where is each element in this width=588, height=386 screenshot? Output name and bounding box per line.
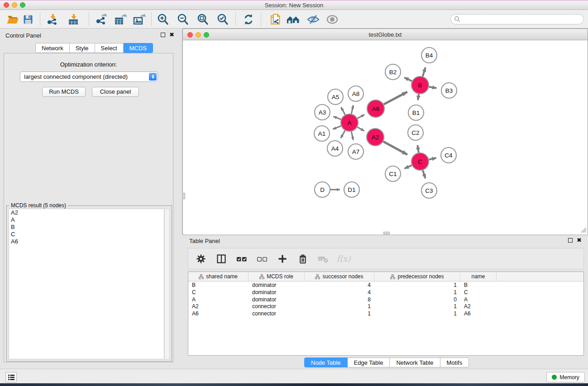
graph-edge-A2-C[interactable] [383, 142, 407, 155]
table-cell[interactable]: 4 [305, 281, 374, 289]
function-builder-icon[interactable]: f(x) [338, 253, 349, 265]
graph-node-A7[interactable]: A7 [348, 144, 363, 159]
graph-edge-B-B4[interactable] [423, 67, 425, 76]
table-cell[interactable]: A2 [188, 303, 249, 310]
export-table-icon[interactable] [113, 12, 128, 26]
delete-table-icon[interactable] [317, 253, 329, 265]
tab-network[interactable]: Network [35, 43, 70, 53]
graph-edge-C-C1[interactable] [405, 165, 412, 168]
graph-edge-C-C4[interactable] [429, 158, 436, 160]
task-history-button[interactable] [5, 372, 17, 382]
graph-edge-B-B2[interactable] [404, 77, 412, 81]
run-mcds-button[interactable]: Run MCDS [42, 87, 86, 97]
graph-node-C3[interactable]: C3 [421, 183, 437, 198]
tab-select[interactable]: Select [95, 43, 124, 53]
show-graphics-details-icon[interactable] [325, 12, 339, 26]
table-cell[interactable]: 1 [305, 303, 374, 310]
table-cell[interactable]: A6 [188, 310, 249, 317]
graph-node-A4[interactable]: A4 [327, 141, 343, 156]
home-icon[interactable] [286, 12, 301, 26]
left-edge-grip[interactable] [182, 193, 185, 199]
graph-node-B2[interactable]: B2 [385, 64, 401, 80]
select-all-icon[interactable] [236, 253, 248, 265]
graph-edge-C-C3[interactable] [423, 170, 425, 178]
table-cell[interactable]: 1 [374, 303, 460, 310]
column-header-shared-name[interactable]: shared name [188, 272, 249, 281]
table-row[interactable]: Adominator80A [188, 296, 583, 303]
table-cell[interactable]: 1 [374, 281, 460, 289]
hide-graphics-details-icon[interactable] [306, 12, 320, 26]
graph-edge-A-A1[interactable] [333, 126, 341, 129]
export-network-icon[interactable] [94, 12, 109, 26]
graph-edge-C-C2[interactable] [417, 145, 419, 153]
table-cell[interactable]: A6 [460, 310, 497, 317]
graph-node-D1[interactable]: D1 [344, 182, 359, 197]
network-window-titlebar[interactable]: testGlobe.txt [183, 29, 588, 40]
table-cell[interactable]: 1 [305, 310, 374, 317]
table-cell[interactable]: dominator [249, 296, 305, 303]
delete-column-icon[interactable] [297, 253, 309, 265]
graph-edge-A-A5[interactable] [341, 107, 345, 115]
graph-node-C4[interactable]: C4 [441, 148, 456, 163]
close-panel-button[interactable]: Close panel [92, 87, 139, 97]
table-cell[interactable]: connector [249, 303, 305, 310]
table-cell[interactable]: 4 [305, 289, 374, 296]
graph-edge-A-A2[interactable] [357, 127, 364, 131]
table-cell[interactable]: 1 [374, 310, 460, 317]
graph-edge-A-A4[interactable] [341, 130, 345, 138]
float-panel-icon[interactable] [161, 33, 165, 37]
refresh-icon[interactable] [241, 12, 256, 26]
graph-node-A2[interactable]: A2 [367, 129, 384, 146]
network-canvas[interactable]: B4B2BB3A5A8A6B1A3AC2A1A2A4A7C4CC1C3DD1 [183, 41, 588, 234]
graph-edge-B-B3[interactable] [429, 87, 437, 88]
table-cell[interactable]: B [460, 281, 497, 289]
table-cell[interactable]: C [460, 289, 497, 296]
close-panel-icon[interactable]: ✖ [169, 33, 174, 37]
mcds-result-item[interactable]: A2 [9, 209, 164, 216]
tab-style[interactable]: Style [70, 43, 95, 53]
table-cell[interactable]: dominator [249, 281, 305, 289]
graph-edge-B-B1[interactable] [418, 94, 419, 100]
graph-node-A[interactable]: A [341, 114, 358, 131]
tab-edge-table[interactable]: Edge Table [348, 357, 390, 367]
bottom-edge-grip[interactable] [383, 232, 390, 234]
column-header-mcds-role[interactable]: MCDS role [249, 272, 305, 281]
graph-node-A1[interactable]: A1 [314, 126, 330, 141]
column-header-successor-nodes[interactable]: successor nodes [305, 272, 374, 281]
add-column-icon[interactable] [277, 253, 288, 265]
zoom-out-icon[interactable] [176, 12, 190, 26]
tab-network-table[interactable]: Network Table [390, 357, 440, 367]
table-cell[interactable]: connector [249, 310, 305, 317]
table-cell[interactable]: C [188, 289, 249, 296]
search-input[interactable] [461, 15, 583, 24]
graph-node-C1[interactable]: C1 [385, 166, 401, 181]
table-row[interactable]: A6connector11A6 [188, 310, 583, 317]
open-folder-icon[interactable] [5, 12, 20, 26]
export-image-icon[interactable] [132, 12, 147, 26]
deselect-all-icon[interactable] [256, 253, 268, 265]
duplicate-network-icon[interactable] [268, 12, 282, 26]
mcds-result-item[interactable]: B [9, 224, 164, 231]
table-cell[interactable]: dominator [249, 289, 305, 296]
resize-grip-icon[interactable] [581, 227, 587, 233]
table-cell[interactable]: 1 [374, 289, 460, 296]
mcds-result-item[interactable]: C [9, 231, 164, 238]
column-header-predecessor-nodes[interactable]: predecessor nodes [374, 272, 460, 281]
optimization-criterion-select[interactable]: largest connected component (directed) [20, 71, 158, 82]
graph-node-A8[interactable]: A8 [348, 86, 363, 101]
import-network-icon[interactable] [45, 12, 60, 26]
import-table-icon[interactable] [66, 12, 81, 26]
mcds-result-scrollbar[interactable] [164, 209, 170, 359]
graph-node-D[interactable]: D [315, 182, 330, 197]
table-row[interactable]: Cdominator41C [188, 289, 583, 296]
save-icon[interactable] [21, 12, 35, 26]
graph-edge-A-A6[interactable] [358, 114, 365, 118]
graph-edge-A-A7[interactable] [351, 132, 353, 140]
graph-node-B3[interactable]: B3 [441, 83, 457, 98]
graph-edge-A-A3[interactable] [333, 116, 341, 119]
graph-node-A3[interactable]: A3 [315, 105, 330, 120]
search-field[interactable] [450, 14, 584, 24]
mcds-result-item[interactable]: A [9, 216, 164, 224]
graph-node-B4[interactable]: B4 [421, 48, 437, 63]
table-cell[interactable]: A [460, 296, 497, 303]
